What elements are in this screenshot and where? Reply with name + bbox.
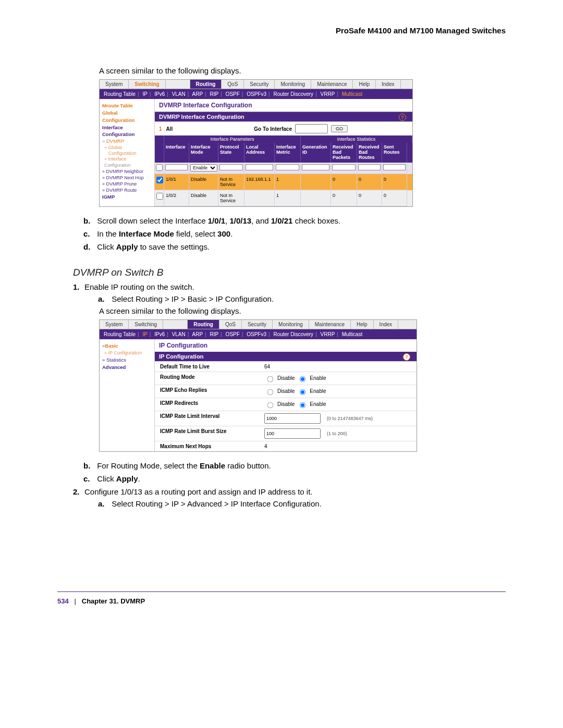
subnav-routing-table[interactable]: Routing Table (104, 331, 136, 337)
filter-one[interactable]: 1 (159, 126, 162, 132)
goto-input[interactable] (295, 124, 328, 133)
rx-input[interactable] (332, 164, 356, 170)
step-b: b. Scroll down select the Interface 1/0/… (83, 216, 506, 225)
sidebar-dvmrp-route[interactable]: » DVMRP Route (102, 188, 152, 193)
sidebar-global-head[interactable]: Global (102, 110, 152, 116)
subnav-ip[interactable]: IP (142, 331, 147, 337)
tab-help[interactable]: Help (353, 80, 376, 89)
tab-maintenance[interactable]: Maintenance (311, 80, 353, 89)
sidebar-basic[interactable]: »Basic (102, 343, 152, 349)
sidebar-dvmrp-neighbor[interactable]: » DVMRP Neighbor (102, 169, 152, 174)
tab-system[interactable]: System (100, 320, 129, 329)
subnav-ip[interactable]: IP (142, 91, 147, 97)
subnav-router-discovery[interactable]: Router Discovery (273, 91, 313, 97)
rate-interval-input[interactable] (264, 413, 321, 424)
tab-qos[interactable]: QoS (222, 80, 244, 89)
sidebar-dvmrp[interactable]: » DVMRP (102, 138, 152, 144)
subnav-ipv6[interactable]: IPv6 (154, 331, 165, 337)
subnav-arp[interactable]: ARP (192, 91, 203, 97)
mode-select[interactable]: Enable (190, 164, 217, 171)
subnav-ospf[interactable]: OSPF (226, 91, 240, 97)
input-row: Enable (155, 163, 412, 174)
sidebar-sub-interface[interactable]: » Interface (104, 156, 152, 162)
tab-monitoring[interactable]: Monitoring (273, 320, 309, 329)
filter-all[interactable]: All (166, 126, 173, 132)
subnav-routing-table[interactable]: Routing Table (104, 91, 136, 97)
tab-spacer (166, 80, 190, 89)
tab-switching[interactable]: Switching (129, 80, 165, 89)
subnav-router-discovery[interactable]: Router Discovery (273, 331, 313, 337)
subnav-vlan[interactable]: VLAN (172, 331, 186, 337)
goto-label: Go To Interface (254, 126, 292, 132)
rxr-input[interactable] (358, 164, 381, 170)
subnav-ipv6[interactable]: IPv6 (154, 91, 165, 97)
subnav-ospf[interactable]: OSPF (226, 331, 240, 337)
sidebar-advanced[interactable]: Advanced (102, 364, 152, 370)
kv-maxhops: Maximum Next Hops 4 (155, 441, 417, 451)
kv-redirects: ICMP Redirects Disable Enable (155, 398, 417, 411)
echo-enable-radio[interactable] (300, 389, 306, 395)
tab-routing[interactable]: Routing (188, 320, 219, 329)
redir-enable-radio[interactable] (300, 402, 306, 408)
sidebar-sub-global[interactable]: » Global (104, 145, 152, 150)
burst-input[interactable] (264, 428, 321, 439)
subnav-multicast[interactable]: Multicast (342, 331, 362, 337)
subnav-ospfv3[interactable]: OSPFv3 (247, 91, 266, 97)
tab-monitoring[interactable]: Monitoring (275, 80, 311, 89)
routing-disable-radio[interactable] (267, 376, 274, 382)
sub-1a: a. Select Routing > IP > Basic > IP Conf… (98, 294, 506, 303)
sidebar-ip-conf[interactable]: » IP Configuration (104, 350, 152, 355)
sidebar-configuration[interactable]: Configuration (102, 117, 152, 123)
subnav-ospfv3[interactable]: OSPFv3 (247, 331, 266, 337)
step-c2: c. Click Apply. (83, 474, 506, 483)
subnav-arp[interactable]: ARP (192, 331, 203, 337)
ps-input[interactable] (219, 164, 243, 170)
tab-security[interactable]: Security (244, 80, 275, 89)
rts-input[interactable] (383, 164, 406, 170)
subnav-vrrp[interactable]: VRRP (321, 331, 335, 337)
tab-help[interactable]: Help (351, 320, 374, 329)
met-input[interactable] (276, 164, 299, 170)
help-icon[interactable]: ? (403, 353, 410, 361)
tab-maintenance[interactable]: Maintenance (309, 320, 351, 329)
kv-echo: ICMP Echo Replies Disable Enable (155, 385, 417, 398)
if-input[interactable] (165, 164, 188, 170)
routing-enable-radio[interactable] (300, 376, 306, 382)
select-all-checkbox[interactable] (156, 164, 163, 171)
section-heading: DVMRP on Switch B (73, 267, 506, 278)
echo-disable-radio[interactable] (267, 389, 274, 395)
sidebar-stats[interactable]: » Statistics (102, 357, 152, 363)
tab-system[interactable]: System (100, 80, 129, 89)
sidebar-dvmrp-prune[interactable]: » DVMRP Prune (102, 181, 152, 187)
help-icon[interactable]: ? (399, 114, 406, 121)
tab-routing[interactable]: Routing (190, 80, 222, 89)
subnav-vrrp[interactable]: VRRP (321, 91, 335, 97)
num-item-1: 1.Enable IP routing on the switch. (73, 282, 506, 291)
row-checkbox[interactable] (156, 193, 163, 200)
panel-title: DVMRP Interface Configuration (155, 99, 412, 112)
go-button[interactable]: GO (331, 125, 348, 132)
tab-index[interactable]: Index (376, 80, 400, 89)
sidebar-mroute[interactable]: Mroute Table (102, 103, 152, 108)
step-b2: b. For Routing Mode, select the Enable r… (83, 461, 506, 470)
tab-qos[interactable]: QoS (219, 320, 242, 329)
subnav-vlan[interactable]: VLAN (172, 91, 186, 97)
subnav-multicast[interactable]: Multicast (342, 91, 362, 97)
kv-rate-interval: ICMP Rate Limit Interval (0 to 214748364… (155, 411, 417, 426)
tab-index[interactable]: Index (374, 320, 398, 329)
redir-disable-radio[interactable] (267, 402, 274, 408)
subnav-rip[interactable]: RIP (210, 91, 219, 97)
sidebar-interface[interactable]: Interface (102, 125, 152, 130)
sidebar-conf-link[interactable]: Configuration (102, 131, 152, 137)
subnav-rip[interactable]: RIP (210, 331, 219, 337)
sidebar-sub-conf2[interactable]: Configuration (104, 163, 152, 168)
tab-switching[interactable]: Switching (129, 320, 163, 329)
rate-interval-hint: (0 to 2147483647 ms) (327, 416, 373, 421)
sidebar-igmp[interactable]: IGMP (102, 194, 152, 200)
tab-security[interactable]: Security (242, 320, 273, 329)
addr-input[interactable] (246, 164, 273, 170)
row-checkbox[interactable] (156, 177, 163, 183)
sidebar-dvmrp-nexthop[interactable]: » DVMRP Next Hop (102, 175, 152, 180)
gen-input[interactable] (302, 164, 329, 170)
sidebar-sub-conf[interactable]: Configuration (108, 151, 152, 156)
